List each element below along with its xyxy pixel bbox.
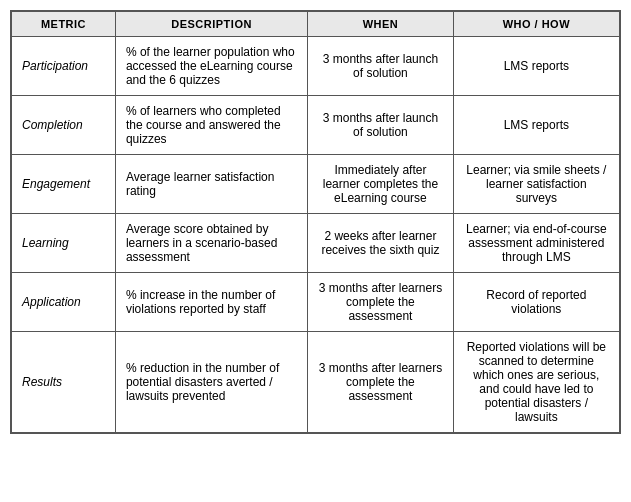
header-when: WHEN [308, 12, 454, 37]
when-engagement: Immediately after learner completes the … [308, 155, 454, 214]
desc-engagement: Average learner satisfaction rating [115, 155, 307, 214]
evaluation-table: METRIC DESCRIPTION WHEN WHO / HOW Partic… [10, 10, 621, 434]
who-completion: LMS reports [453, 96, 619, 155]
metric-completion: Completion [12, 96, 116, 155]
metric-learning: Learning [12, 214, 116, 273]
when-learning: 2 weeks after learner receives the sixth… [308, 214, 454, 273]
metric-engagement: Engagement [12, 155, 116, 214]
desc-results: % reduction in the number of potential d… [115, 332, 307, 433]
who-results: Reported violations will be scanned to d… [453, 332, 619, 433]
metric-application: Application [12, 273, 116, 332]
table-row: Participation % of the learner populatio… [12, 37, 620, 96]
who-participation: LMS reports [453, 37, 619, 96]
who-engagement: Learner; via smile sheets / learner sati… [453, 155, 619, 214]
metric-participation: Participation [12, 37, 116, 96]
table-row: Learning Average score obtained by learn… [12, 214, 620, 273]
table-row: Completion % of learners who completed t… [12, 96, 620, 155]
table-row: Results % reduction in the number of pot… [12, 332, 620, 433]
table-row: Engagement Average learner satisfaction … [12, 155, 620, 214]
desc-application: % increase in the number of violations r… [115, 273, 307, 332]
who-application: Record of reported violations [453, 273, 619, 332]
when-participation: 3 months after launch of solution [308, 37, 454, 96]
header-description: DESCRIPTION [115, 12, 307, 37]
desc-participation: % of the learner population who accessed… [115, 37, 307, 96]
when-application: 3 months after learners complete the ass… [308, 273, 454, 332]
header-metric: METRIC [12, 12, 116, 37]
header-who-how: WHO / HOW [453, 12, 619, 37]
desc-learning: Average score obtained by learners in a … [115, 214, 307, 273]
table-row: Application % increase in the number of … [12, 273, 620, 332]
desc-completion: % of learners who completed the course a… [115, 96, 307, 155]
when-completion: 3 months after launch of solution [308, 96, 454, 155]
who-learning: Learner; via end-of-course assessment ad… [453, 214, 619, 273]
metric-results: Results [12, 332, 116, 433]
when-results: 3 months after learners complete the ass… [308, 332, 454, 433]
